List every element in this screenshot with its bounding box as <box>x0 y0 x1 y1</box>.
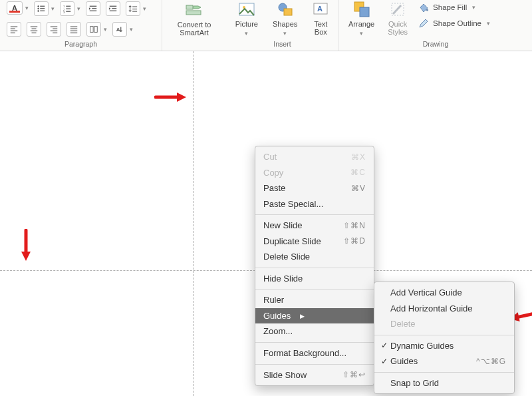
menu-new-slide[interactable]: New Slide ⇧⌘N <box>255 218 374 234</box>
text-direction-button[interactable]: A ▾ <box>112 22 133 37</box>
svg-rect-21 <box>132 9 137 9</box>
decrease-indent-icon <box>88 4 98 13</box>
slide-canvas[interactable]: Cut ⌘X Copy ⌘C Paste ⌘V Paste Special...… <box>0 51 532 396</box>
align-left-icon <box>9 25 19 34</box>
shape-outline-label: Shape Outline <box>433 19 481 27</box>
svg-rect-24 <box>11 28 15 29</box>
svg-rect-13 <box>92 8 96 9</box>
svg-rect-34 <box>53 32 57 33</box>
svg-rect-48 <box>284 9 292 15</box>
font-color-button[interactable]: A ▾ <box>7 1 29 15</box>
menu-cut: Cut ⌘X <box>255 149 374 165</box>
increase-indent-icon <box>108 4 118 13</box>
svg-rect-11 <box>66 11 70 12</box>
chevron-down-icon: ▾ <box>77 5 80 12</box>
group-paragraph: A ▾ ▾ 1 2 <box>0 0 162 51</box>
align-left-button[interactable] <box>7 22 21 37</box>
numbering-button[interactable]: 1 2 3 ▾ <box>60 1 80 16</box>
menu-delete-slide[interactable]: Delete Slide <box>255 249 374 265</box>
chevron-down-icon: ▾ <box>51 5 55 12</box>
svg-rect-32 <box>53 28 57 29</box>
submenu-add-horizontal-guide[interactable]: Add Horizontal Guide <box>374 301 514 317</box>
menu-zoom[interactable]: Zoom... <box>255 323 374 339</box>
convert-smartart-group: Convert to SmartArt <box>162 0 226 51</box>
chevron-down-icon: ▾ <box>245 30 248 37</box>
align-justify-icon <box>69 25 78 34</box>
bullets-button[interactable]: ▾ <box>34 1 55 16</box>
arrange-icon <box>353 1 370 18</box>
chevron-down-icon: ▾ <box>472 4 475 11</box>
menu-separator <box>255 289 374 290</box>
shapes-label: Shapes <box>273 20 297 28</box>
line-spacing-button[interactable]: ▾ <box>126 1 146 16</box>
menu-hide-slide[interactable]: Hide Slide <box>255 271 374 287</box>
annotation-arrow <box>20 229 32 261</box>
quick-styles-label: Quick Styles <box>388 20 408 36</box>
menu-ruler[interactable]: Ruler <box>255 292 374 308</box>
menu-format-background[interactable]: Format Background... <box>255 345 374 361</box>
svg-marker-55 <box>177 93 186 102</box>
svg-rect-20 <box>132 7 137 7</box>
text-direction-icon: A <box>115 25 124 34</box>
shape-fill-button[interactable]: Shape Fill ▾ <box>418 1 490 14</box>
align-right-icon <box>49 25 59 34</box>
menu-separator <box>255 214 374 215</box>
svg-text:A: A <box>317 5 323 13</box>
numbering-icon: 1 2 3 <box>63 4 72 13</box>
menu-copy: Copy ⌘C <box>255 165 374 181</box>
columns-icon <box>89 25 98 34</box>
svg-rect-12 <box>90 6 97 7</box>
submenu-guides[interactable]: ✓ Guides ^⌥⌘G <box>374 353 514 369</box>
chevron-down-icon: ▾ <box>360 30 363 37</box>
svg-rect-5 <box>40 11 45 11</box>
svg-rect-36 <box>70 28 78 29</box>
menu-paste[interactable]: Paste ⌘V <box>255 180 374 196</box>
svg-point-54 <box>426 9 428 11</box>
picture-label: Picture <box>235 20 258 28</box>
menu-guides[interactable]: Guides <box>255 308 374 324</box>
textbox-button[interactable]: A Text Box <box>309 0 332 37</box>
menu-separator <box>255 364 374 365</box>
align-center-button[interactable] <box>27 22 41 37</box>
menu-slide-show[interactable]: Slide Show ⇧⌘↩ <box>255 367 374 383</box>
quick-styles-button[interactable]: Quick Styles <box>385 0 410 37</box>
align-justify-button[interactable] <box>66 22 81 37</box>
vertical-guide[interactable] <box>193 51 194 396</box>
picture-button[interactable]: Picture ▾ <box>233 0 261 38</box>
group-drawing: Arrange ▾ Quick Styles <box>339 0 532 51</box>
convert-to-smartart-button[interactable]: Convert to SmartArt <box>175 0 214 38</box>
quick-styles-icon <box>389 1 406 18</box>
svg-rect-28 <box>32 28 37 29</box>
distribute-columns-button[interactable]: ▾ <box>86 22 107 37</box>
menu-paste-special[interactable]: Paste Special... <box>255 196 374 212</box>
svg-rect-18 <box>110 11 117 11</box>
group-label-drawing: Drawing <box>339 38 532 51</box>
svg-point-0 <box>37 5 39 7</box>
shape-outline-button[interactable]: Shape Outline ▾ <box>418 17 490 30</box>
submenu-snap-to-grid[interactable]: Snap to Grid <box>374 375 514 391</box>
submenu-add-vertical-guide[interactable]: Add Vertical Guide <box>374 285 514 301</box>
chevron-down-icon: ▾ <box>283 30 287 37</box>
decrease-indent-button[interactable] <box>86 1 100 16</box>
svg-rect-30 <box>32 32 37 33</box>
svg-rect-29 <box>31 30 38 31</box>
svg-point-4 <box>37 10 39 11</box>
menu-duplicate-slide[interactable]: Duplicate Slide ⇧⌘D <box>255 234 374 250</box>
svg-rect-14 <box>90 11 97 11</box>
svg-rect-31 <box>51 26 58 27</box>
increase-indent-button[interactable] <box>106 1 120 16</box>
align-right-button[interactable] <box>47 22 61 37</box>
svg-rect-44 <box>186 11 201 15</box>
shapes-icon <box>277 1 294 18</box>
menu-separator <box>255 268 374 268</box>
svg-rect-35 <box>70 26 78 27</box>
submenu-dynamic-guides[interactable]: ✓ Dynamic Guides <box>374 338 514 354</box>
shapes-button[interactable]: Shapes ▾ <box>270 0 300 38</box>
bucket-fill-icon <box>418 2 429 13</box>
svg-text:A: A <box>116 26 120 32</box>
svg-rect-3 <box>40 8 45 9</box>
svg-rect-38 <box>70 32 78 33</box>
arrange-button[interactable]: Arrange ▾ <box>346 0 377 38</box>
arrange-label: Arrange <box>348 20 374 28</box>
shape-fill-label: Shape Fill <box>433 3 467 11</box>
